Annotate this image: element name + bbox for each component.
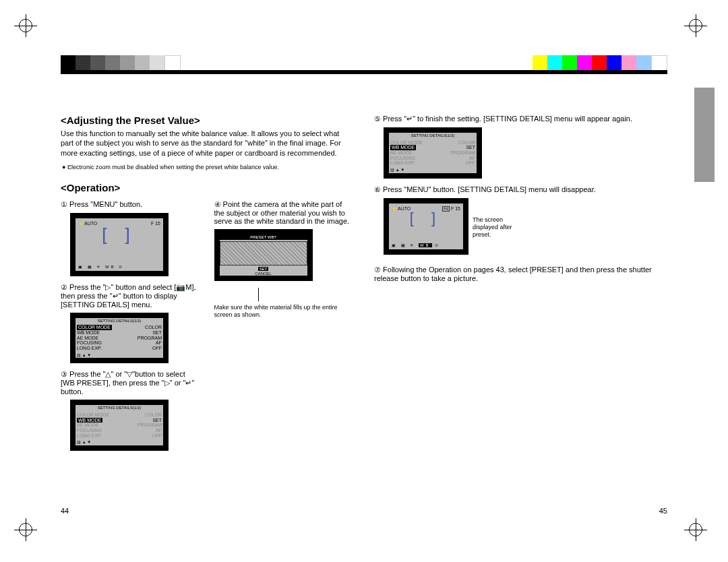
lcd-row-label: FOCUSING (390, 156, 415, 161)
lcd-screen-3: SETTING DETAILS(1/2) COLOR MODECOLOR WB … (70, 400, 169, 451)
lcd-row-val: COLOR (458, 140, 475, 146)
lcd-row-label: LONG EXP. (77, 433, 102, 439)
lcd-row-val: COLOR (145, 412, 162, 418)
step-5: ⑤ Press "↵" to finish the setting. [SETT… (374, 115, 667, 123)
lcd-row-label: COLOR MODE (77, 325, 112, 330)
lcd-row-val: PROGRAM (451, 150, 475, 156)
crop-mark-icon (689, 523, 709, 543)
left-column-1: ① Press "MENU" button. ⚡AUTOF 15 [ ] ▣ ▦… (61, 200, 201, 458)
lcd-row-label: WB MODE (77, 418, 102, 423)
step-6-sidenote: The screen displayed after preset. (473, 216, 520, 238)
lcd-screen-5: SETTING DETAILS(1/2) COLOR MODECOLOR WB … (384, 127, 482, 179)
greyscale-bar (61, 55, 181, 70)
section-title-adjusting: <Adjusting the Preset Value> (61, 115, 354, 126)
lcd-row-label: LONG EXP. (77, 346, 102, 351)
lcd-screen-4: PRESET WB? SET CANCEL (214, 229, 313, 282)
page-number-left: 44 (61, 507, 69, 515)
section-title-operation: <Operation> (61, 182, 354, 193)
step-7: ⑦ Following the Operation on pages 43, s… (374, 266, 667, 282)
lcd-row-val: OFF (466, 160, 475, 166)
step-6: ⑥ Press "MENU" button. [SETTING DETAILS]… (374, 185, 667, 194)
lcd-screen-2: SETTING DETAILS(1/2) COLOR MODECOLOR WB … (70, 313, 169, 364)
page-number-right: 45 (659, 507, 667, 515)
lcd-row-val: COLOR (145, 325, 162, 330)
lcd-menu-title: SETTING DETAILS(1/2) (75, 318, 163, 324)
lcd-row-label: COLOR MODE (77, 412, 109, 418)
lcd-row-val: OFF (152, 433, 162, 439)
lcd-menu-title: SETTING DETAILS(1/2) (75, 405, 163, 411)
lcd-row-val: AF (156, 340, 162, 346)
left-page: <Adjusting the Preset Value> Use this fu… (61, 115, 354, 515)
lcd-screen-6: ⚡AUTOPS F 15 [ ] ▣ ▦ ☀ WB ⊙ (384, 198, 468, 255)
lcd-row-val: SET (152, 330, 162, 336)
lcd-bottom-icons: ▣ ▦ ☀ WB ⊙ (78, 265, 124, 270)
right-page: ⑤ Press "↵" to finish the setting. [SETT… (374, 115, 667, 515)
lcd-menu-title: SETTING DETAILS(1/2) (389, 133, 477, 139)
lcd-screen-1: ⚡AUTOF 15 [ ] ▣ ▦ ☀ WB ⊙ (70, 213, 169, 276)
step-3: ③ Press the "△" or "▽"button to select [… (61, 370, 201, 396)
lcd-row-label: FOCUSING (77, 428, 102, 433)
lcd-row-label: WB MODE (390, 145, 416, 150)
lcd-row-label: AE MODE (77, 336, 98, 341)
divider-bar (61, 70, 667, 74)
crop-mark-icon (19, 19, 39, 39)
lcd-row-label: AE MODE (77, 423, 98, 428)
lcd-row-label: LONG EXP. (390, 160, 415, 166)
lcd-f-label: F 15 (451, 206, 460, 211)
lcd-row-val: AF (156, 428, 162, 433)
lcd-brackets-icon: [ ] (392, 211, 460, 226)
lcd-bottom-icons: ▣ ▦ ☀ WB ⊙ (392, 243, 440, 248)
intro-paragraph: Use this function to manually set the wh… (61, 129, 354, 158)
lcd-auto-label: ⚡AUTO (392, 206, 411, 212)
crop-mark-icon (19, 523, 39, 543)
preset-hatched-area (220, 241, 307, 266)
lcd-row-val: AF (469, 156, 475, 161)
lcd-auto-label: ⚡AUTO (78, 221, 97, 226)
step-4-note: Make sure the white material fills up th… (214, 304, 355, 319)
lcd-row-label: AE MODE (390, 150, 412, 156)
crop-mark-icon (689, 19, 709, 39)
lcd-row-label: FOCUSING (77, 340, 102, 346)
lcd-set-label: SET (258, 267, 269, 271)
color-bar (533, 55, 667, 70)
step-1: ① Press "MENU" button. (61, 200, 201, 209)
lcd-row-val: OFF (152, 346, 162, 351)
lcd-cancel-label: CANCEL (255, 272, 271, 276)
lcd-row-label: COLOR MODE (390, 140, 423, 146)
step-4: ④ Point the camera at the white part of … (214, 200, 355, 225)
step-2: ② Press the "▷" button and select [📷M], … (61, 283, 201, 309)
lcd-preset-title: PRESET WB? (220, 235, 307, 241)
lcd-row-val: PROGRAM (138, 423, 162, 428)
note-bullet: ● Electronic zoom must be disabled when … (67, 164, 354, 171)
lcd-f-label: F 15 (151, 221, 160, 226)
lcd-row-val: PROGRAM (138, 336, 162, 341)
lcd-row-val: SET (152, 418, 162, 423)
gray-block (694, 88, 715, 182)
left-column-2: ④ Point the camera at the white part of … (214, 200, 355, 458)
lcd-brackets-icon: [ ] (78, 226, 160, 243)
lcd-row-label: WB MODE (77, 330, 100, 336)
lcd-row-val: SET (466, 145, 475, 150)
